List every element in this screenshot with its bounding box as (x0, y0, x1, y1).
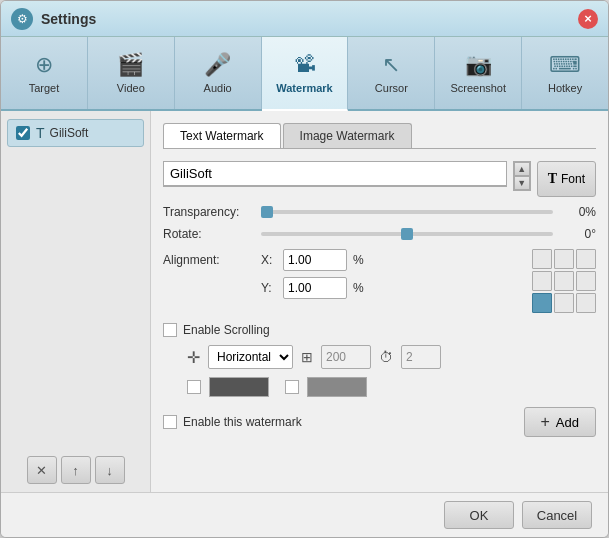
settings-window: ⚙ Settings × ⊕ Target 🎬 Video 🎤 Audio 📽 … (0, 0, 609, 538)
rotate-row: Rotate: 0° (163, 227, 596, 241)
color-swatch-1[interactable] (209, 377, 269, 397)
audio-icon: 🎤 (204, 52, 231, 78)
color-checkbox-1[interactable] (187, 380, 201, 394)
tab-audio[interactable]: 🎤 Audio (175, 37, 262, 109)
alignment-grid (532, 249, 596, 313)
enable-scrolling-label[interactable]: Enable Scrolling (163, 323, 270, 337)
scrolling-row: Enable Scrolling (163, 323, 596, 337)
window-title: Settings (41, 11, 578, 27)
x-label: X: (261, 253, 277, 267)
cancel-button[interactable]: Cancel (522, 501, 592, 529)
y-input[interactable] (283, 277, 347, 299)
enable-watermark-checkbox[interactable] (163, 415, 177, 429)
ok-button[interactable]: OK (444, 501, 514, 529)
sidebar-checkbox[interactable] (16, 126, 30, 140)
speed-input[interactable] (321, 345, 371, 369)
target-icon: ⊕ (35, 52, 53, 78)
align-top-left[interactable] (532, 249, 552, 269)
move-down-button[interactable]: ↓ (95, 456, 125, 484)
hotkey-icon: ⌨ (549, 52, 581, 78)
alignment-row: Alignment: X: % Y: % (163, 249, 596, 313)
align-top-right[interactable] (576, 249, 596, 269)
app-icon: ⚙ (11, 8, 33, 30)
main-content: T GiliSoft ✕ ↑ ↓ Text Watermark Image Wa… (1, 111, 608, 492)
font-button[interactable]: T Font (537, 161, 596, 197)
video-icon: 🎬 (117, 52, 144, 78)
watermark-icon: 📽 (294, 52, 316, 78)
align-middle-right[interactable] (576, 271, 596, 291)
time-input[interactable] (401, 345, 441, 369)
transparency-label: Transparency: (163, 205, 253, 219)
text-input-container (163, 161, 507, 187)
sidebar: T GiliSoft ✕ ↑ ↓ (1, 111, 151, 492)
plus-icon: + (541, 413, 550, 431)
align-top-center[interactable] (554, 249, 574, 269)
sidebar-buttons: ✕ ↑ ↓ (7, 450, 144, 484)
color-checkbox-2[interactable] (285, 380, 299, 394)
watermark-text-input[interactable] (164, 162, 506, 185)
sub-tabs: Text Watermark Image Watermark (163, 123, 596, 149)
tab-screenshot-label: Screenshot (450, 82, 506, 94)
close-button[interactable]: × (578, 9, 598, 29)
speed-icon: ⊞ (301, 349, 313, 365)
clock-icon: ⏱ (379, 349, 393, 365)
transparency-slider[interactable] (261, 210, 553, 214)
tab-hotkey[interactable]: ⌨ Hotkey (522, 37, 608, 109)
align-bottom-left[interactable] (532, 293, 552, 313)
move-up-button[interactable]: ↑ (61, 456, 91, 484)
rotate-slider[interactable] (261, 232, 553, 236)
align-bottom-right[interactable] (576, 293, 596, 313)
add-button[interactable]: + Add (524, 407, 596, 437)
tab-cursor[interactable]: ↖ Cursor (348, 37, 435, 109)
font-t-icon: T (548, 171, 557, 187)
align-middle-center[interactable] (554, 271, 574, 291)
enable-row: Enable this watermark + Add (163, 407, 596, 437)
color-row (187, 377, 596, 397)
tab-cursor-label: Cursor (375, 82, 408, 94)
direction-row: ✛ Horizontal ⊞ ⏱ (187, 345, 596, 369)
direction-select[interactable]: Horizontal (208, 345, 293, 369)
align-middle-left[interactable] (532, 271, 552, 291)
screenshot-icon: 📷 (465, 52, 492, 78)
tab-target-label: Target (29, 82, 60, 94)
tab-video[interactable]: 🎬 Video (88, 37, 175, 109)
delete-item-button[interactable]: ✕ (27, 456, 57, 484)
transparency-row: Transparency: 0% (163, 205, 596, 219)
title-bar: ⚙ Settings × (1, 1, 608, 37)
sub-tab-image[interactable]: Image Watermark (283, 123, 412, 148)
enable-scrolling-checkbox[interactable] (163, 323, 177, 337)
y-input-row: Y: % (261, 277, 364, 299)
x-input-row: X: % (261, 249, 364, 271)
tab-target[interactable]: ⊕ Target (1, 37, 88, 109)
cursor-icon: ↖ (382, 52, 400, 78)
tab-video-label: Video (117, 82, 145, 94)
transparency-value: 0% (561, 205, 596, 219)
y-label: Y: (261, 281, 277, 295)
text-input-row: ▲ ▼ T Font (163, 161, 596, 197)
text-watermark-icon: T (36, 125, 45, 141)
color-swatch-2[interactable] (307, 377, 367, 397)
y-percent: % (353, 281, 364, 295)
move-icon: ✛ (187, 348, 200, 367)
tab-screenshot[interactable]: 📷 Screenshot (435, 37, 522, 109)
alignment-inputs: X: % Y: % (261, 249, 364, 299)
rotate-value: 0° (561, 227, 596, 241)
scroll-down-arrow[interactable]: ▼ (514, 176, 530, 190)
right-panel: Text Watermark Image Watermark ▲ ▼ (151, 111, 608, 492)
sub-tab-text[interactable]: Text Watermark (163, 123, 281, 148)
footer: OK Cancel (1, 492, 608, 537)
enable-watermark-label[interactable]: Enable this watermark (163, 415, 302, 429)
x-input[interactable] (283, 249, 347, 271)
tab-audio-label: Audio (204, 82, 232, 94)
tab-hotkey-label: Hotkey (548, 82, 582, 94)
tab-watermark[interactable]: 📽 Watermark (262, 37, 349, 111)
rotate-label: Rotate: (163, 227, 253, 241)
alignment-label: Alignment: (163, 249, 253, 267)
x-percent: % (353, 253, 364, 267)
tab-watermark-label: Watermark (276, 82, 332, 94)
nav-tabs: ⊕ Target 🎬 Video 🎤 Audio 📽 Watermark ↖ C… (1, 37, 608, 111)
align-bottom-center[interactable] (554, 293, 574, 313)
sidebar-item-label: GiliSoft (50, 126, 89, 140)
scroll-up-arrow[interactable]: ▲ (514, 162, 530, 176)
sidebar-item-gilisoft[interactable]: T GiliSoft (7, 119, 144, 147)
